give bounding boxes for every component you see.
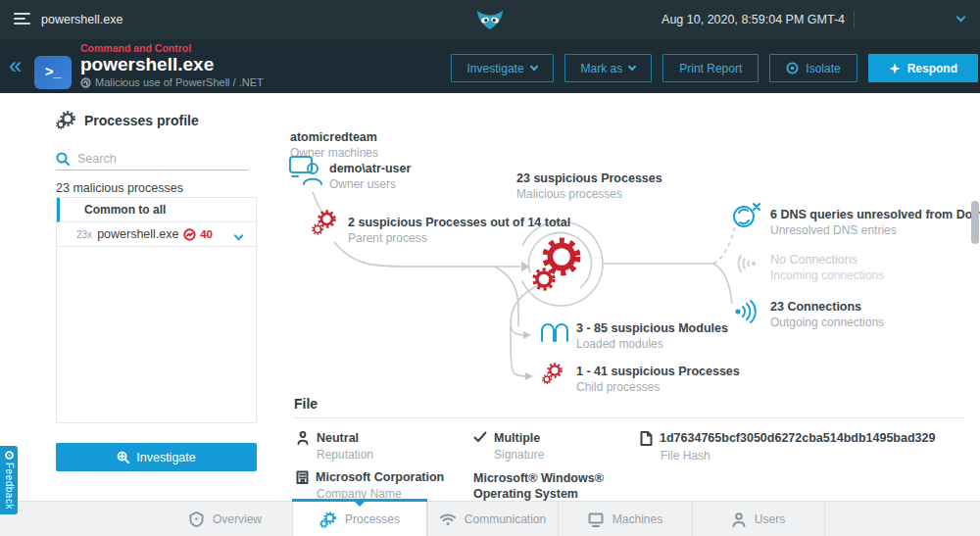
main-content: atomicredteam Owner machines demo\atr-us… — [0, 93, 980, 501]
outgoing-connections-node[interactable]: 23 Connections Outgoing connections — [770, 300, 884, 329]
process-name: powershell.exe — [97, 227, 178, 241]
reputation-field: Neutral Reputation — [296, 431, 373, 462]
window-title: powershell.exe — [41, 0, 122, 39]
process-multiplier: 23x — [76, 229, 92, 240]
gears-icon — [319, 512, 336, 528]
feedback-bubble-icon — [5, 451, 14, 460]
cybereason-owl-logo — [475, 9, 505, 34]
building-icon — [296, 470, 309, 484]
tab-overview[interactable]: Overview — [159, 502, 292, 536]
user-menu-chevron-down-icon[interactable] — [956, 13, 966, 23]
child-process-gears-icon — [547, 363, 563, 382]
back-chevrons-icon[interactable]: « — [9, 51, 22, 80]
process-row-powershell[interactable]: 23x powershell.exe 40 — [57, 222, 256, 247]
datetime-display: Aug 10, 2020, 8:59:04 PM GMT-4 — [662, 0, 845, 39]
print-report-button[interactable]: Print Report — [662, 54, 759, 82]
unresolved-dns-node[interactable]: 6 DNS queries unresolved from Domain Unr… — [770, 208, 980, 237]
tab-machines[interactable]: Machines — [558, 502, 692, 536]
respond-cross-icon — [889, 63, 901, 74]
isolate-icon — [786, 62, 799, 74]
tab-processes[interactable]: Processes — [292, 502, 427, 536]
active-tab-indicator — [292, 499, 427, 502]
search-input[interactable] — [77, 152, 224, 166]
malop-subtitle: Malicious use of PowerShell / .NET — [80, 76, 264, 88]
incoming-connections-icon — [733, 250, 760, 281]
file-hash-field: 1d7634765bcf3050d6272cba514bdb1495bad329… — [640, 431, 935, 463]
investigate-button[interactable]: Investigate — [56, 443, 257, 471]
file-icon — [640, 431, 653, 446]
vertical-scrollbar-thumb[interactable] — [971, 201, 979, 244]
bottom-tab-bar: Overview Processes Communication Machine… — [0, 501, 980, 536]
monitor-icon — [588, 512, 604, 527]
owner-users-icon — [288, 155, 323, 190]
malicious-processes-node[interactable]: 23 suspicious Processes Malicious proces… — [516, 171, 662, 201]
list-group-common-to-all[interactable]: Common to all — [57, 198, 256, 222]
magnifier-icon — [117, 451, 129, 463]
user-icon — [732, 512, 746, 527]
shield-icon — [189, 512, 204, 527]
company-name-field: Microsoft Corporation Company Name — [296, 470, 444, 501]
expand-chevron-down-icon[interactable] — [234, 231, 244, 241]
processes-profile-header: Processes profile — [56, 111, 199, 130]
tab-communication[interactable]: Communication — [427, 502, 558, 536]
parent-process-gears-icon — [318, 210, 336, 232]
dns-globe-icon — [732, 202, 761, 233]
severity-icon — [183, 228, 196, 241]
sidebar-title: Processes profile — [84, 113, 199, 128]
menu-icon[interactable] — [14, 13, 31, 26]
powershell-icon: >_ — [34, 56, 72, 89]
respond-button[interactable]: Respond — [868, 54, 978, 82]
severity-badge: 40 — [183, 228, 213, 241]
wifi-icon — [440, 512, 456, 526]
signature-field: Multiple Signature — [473, 431, 544, 462]
person-icon — [296, 431, 310, 445]
mark-as-dropdown-button[interactable]: Mark as — [564, 54, 653, 82]
tab-users[interactable]: Users — [692, 502, 825, 536]
malop-type-icon — [80, 77, 91, 88]
loaded-modules-icon — [540, 321, 569, 347]
child-processes-node[interactable]: 1 - 41 suspicious Processes Child proces… — [576, 365, 740, 394]
process-list: Common to all 23x powershell.exe 40 — [56, 197, 257, 423]
top-app-bar: powershell.exe Aug 10, 2020, 8:59:04 PM … — [0, 0, 980, 39]
file-section-title: File — [294, 396, 318, 412]
chevron-down-icon — [529, 63, 537, 71]
loaded-modules-node[interactable]: 3 - 85 suspicious Modules Loaded modules — [576, 321, 728, 351]
parent-process-node[interactable]: 2 suspicious Processes out of 14 total P… — [348, 216, 570, 245]
malop-header: « >_ Command and Control powershell.exe … — [0, 39, 980, 93]
malop-category: Command and Control — [80, 42, 264, 54]
product-name-field: Microsoft® Windows® Operating System — [473, 470, 645, 503]
malicious-process-count: 23 malicious processes — [56, 181, 183, 195]
feedback-tab[interactable]: Feedback — [0, 446, 18, 514]
divider — [854, 11, 855, 28]
malop-title: powershell.exe — [80, 54, 264, 75]
outgoing-connections-icon — [731, 297, 762, 330]
investigate-dropdown-button[interactable]: Investigate — [451, 54, 554, 82]
isolate-button[interactable]: Isolate — [769, 54, 857, 82]
search-icon — [56, 152, 70, 166]
incoming-connections-node[interactable]: No Connections Incoming connections — [770, 253, 884, 282]
search-box[interactable] — [56, 148, 248, 171]
gears-icon — [56, 111, 75, 130]
owner-users-node[interactable]: demo\atr-user Owner users — [329, 162, 411, 191]
divider — [294, 417, 965, 418]
check-icon — [473, 431, 487, 443]
chevron-down-icon — [628, 63, 636, 71]
